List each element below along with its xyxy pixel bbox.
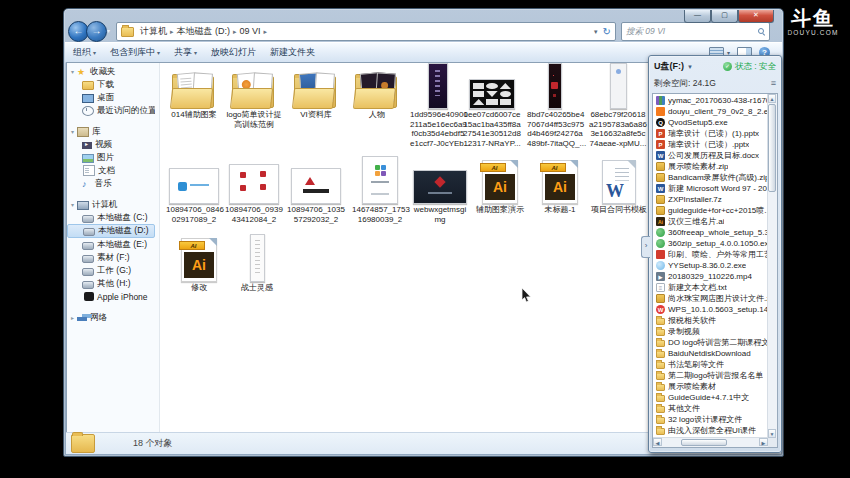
usb-file-row[interactable]: QQvodSetup5.exe: [653, 117, 768, 128]
horizontal-scroll-thumb[interactable]: [681, 439, 727, 446]
file-item[interactable]: W项目合同书模板: [590, 156, 648, 215]
refresh-icon[interactable]: ↻: [603, 27, 611, 37]
sidebar-item[interactable]: 素材 (F:): [67, 251, 155, 264]
file-item[interactable]: 人物: [348, 65, 406, 120]
usb-file-row[interactable]: 其他文件: [653, 403, 768, 414]
sidebar-item[interactable]: 桌面: [67, 91, 155, 104]
maximize-button[interactable]: ▢: [711, 10, 738, 23]
usb-file-row[interactable]: 由浅入深创意全程UI课件: [653, 425, 768, 436]
sidebar-item[interactable]: 本地磁盘 (C:): [67, 211, 155, 224]
usb-file-row[interactable]: GuideGuide+4.7.1中文: [653, 392, 768, 403]
usb-file-row[interactable]: YYSetup-8.36.0.2.exe: [653, 260, 768, 271]
sidebar-item[interactable]: ▸网络: [67, 311, 155, 324]
sidebar-item[interactable]: 文档: [67, 164, 155, 177]
file-item[interactable]: 68ebc79f20618a2195783a6a863e16632a8fe5c7…: [589, 65, 647, 148]
usb-file-row[interactable]: douyu_client_79_0v2_8_2.exe: [653, 106, 768, 117]
usb-file-row[interactable]: 展示喷绘素材.zip: [653, 161, 768, 172]
file-item[interactable]: 8bd7c40265be47067d4ff53c975d4b469f24276a…: [527, 65, 583, 148]
usb-file-row[interactable]: P瑞幸设计（已读）.pptx: [653, 139, 768, 150]
sidebar-item[interactable]: 工作 (G:): [67, 264, 155, 277]
usb-file-row[interactable]: ▶20180329_110226.mp4: [653, 271, 768, 282]
file-item[interactable]: 014辅助图案: [166, 65, 222, 120]
file-item[interactable]: 1ee07cd6007ce15ac1ba435ff8a27541e30512d8…: [463, 65, 521, 148]
scroll-left-icon[interactable]: ◀: [653, 438, 662, 446]
usb-file-row[interactable]: 第二期logo特训营报名名单: [653, 370, 768, 381]
file-item[interactable]: 10894706_084602917089_2: [166, 156, 222, 224]
usb-file-row[interactable]: 展示喷绘素材: [653, 381, 768, 392]
usb-file-row[interactable]: 360freeap_whole_setup_5.3.0...: [653, 227, 768, 238]
vertical-scrollbar[interactable]: ▲ ▼: [767, 94, 777, 438]
file-item[interactable]: webwxgetmsgimg: [411, 156, 469, 224]
minimize-button[interactable]: —: [684, 10, 711, 23]
history-dropdown-icon[interactable]: ▾: [107, 27, 110, 34]
sidebar-item[interactable]: 视频: [67, 138, 155, 151]
usb-file-row[interactable]: 录制视频: [653, 326, 768, 337]
breadcrumb-item[interactable]: 09 VI: [238, 26, 263, 36]
toolbar-button[interactable]: 组织▾: [73, 47, 96, 57]
usb-file-row[interactable]: ZXPInstaller.7z: [653, 194, 768, 205]
file-item[interactable]: 10894706_103557292032_2: [286, 156, 346, 224]
sidebar-item[interactable]: ▾库: [67, 125, 155, 138]
search-box[interactable]: 搜索 09 VI: [621, 22, 770, 41]
file-item[interactable]: 1dd9596e40900211a5e16ec6a9f0cb35d4ebdf5e…: [410, 65, 466, 148]
usb-drive-dropdown-icon[interactable]: ▼: [687, 64, 693, 70]
toolbar-button[interactable]: 共享▾: [174, 47, 197, 57]
usb-file-row[interactable]: DO logo特训营第二期课程文件: [653, 337, 768, 348]
file-item[interactable]: AIAi修改: [171, 236, 227, 293]
menu-icon[interactable]: ≡: [771, 79, 776, 88]
sidebar-item[interactable]: 本地磁盘 (E:): [67, 238, 155, 251]
file-item[interactable]: logo简单设计提高训练范例: [224, 65, 284, 129]
sidebar-item[interactable]: ▾收藏夹: [67, 65, 155, 78]
usb-file-row[interactable]: Bandicam录屏软件(高级).zip: [653, 172, 768, 183]
sidebar-item[interactable]: 最近访问的位置: [67, 104, 155, 117]
file-item[interactable]: VI资料库: [286, 65, 346, 120]
panel-collapse-arrow-icon[interactable]: ›: [641, 236, 650, 258]
word-file-icon: W: [602, 160, 636, 204]
breadcrumb-item[interactable]: 本地磁盘 (D:): [175, 26, 233, 36]
usb-file-row[interactable]: 32 logo设计课程文件: [653, 414, 768, 425]
usb-file-row[interactable]: WWPS_10.1.0.5603_setup.1468...: [653, 304, 768, 315]
usb-file-row[interactable]: 印刷、喷绘、户外等常用工艺...: [653, 249, 768, 260]
file-item[interactable]: 战士灵感: [229, 236, 285, 293]
file-item[interactable]: AIAi未标题-1: [531, 156, 589, 215]
toolbar-button[interactable]: 放映幻灯片: [211, 47, 256, 57]
usb-file-row[interactable]: 报税相关软件: [653, 315, 768, 326]
address-bar[interactable]: 计算机▸本地磁盘 (D:)▸09 VI▸ ▼ ↻: [116, 22, 616, 41]
address-dropdown-icon[interactable]: ▼: [593, 29, 599, 35]
sidebar-item[interactable]: 音乐: [67, 177, 155, 190]
usb-file-row[interactable]: yymac_20170630-438-r1670...: [653, 95, 768, 106]
breadcrumb: 计算机▸本地磁盘 (D:)▸09 VI▸: [138, 25, 268, 38]
usb-file-row[interactable]: ≡新建文本文档.txt: [653, 282, 768, 293]
globe-file-icon: [656, 239, 665, 248]
sidebar-item[interactable]: 其他 (H:): [67, 277, 155, 290]
horizontal-scrollbar[interactable]: ◀ ▶: [653, 437, 768, 447]
scroll-right-icon[interactable]: ▶: [759, 438, 768, 446]
close-button[interactable]: ✕: [738, 10, 774, 23]
toolbar-button[interactable]: 新建文件夹: [270, 47, 315, 57]
usb-file-row[interactable]: W公司发展历程及目标.docx: [653, 150, 768, 161]
forward-button[interactable]: →: [86, 21, 107, 42]
sidebar-item[interactable]: 下载: [67, 78, 155, 91]
sidebar-item[interactable]: 图片: [67, 151, 155, 164]
usb-file-row[interactable]: 360zip_setup_4.0.0.1050.exe: [653, 238, 768, 249]
scroll-up-icon[interactable]: ▲: [768, 94, 776, 103]
usb-file-row[interactable]: BaiduNetdiskDownload: [653, 348, 768, 359]
vertical-scroll-thumb[interactable]: [768, 104, 776, 192]
sidebar-item[interactable]: Apple iPhone: [67, 290, 155, 303]
toolbar-button[interactable]: 包含到库中▾: [110, 47, 160, 57]
sidebar-item[interactable]: ▾计算机: [67, 198, 155, 211]
usb-drive-title[interactable]: U盘(F:): [654, 60, 684, 73]
usb-file-row[interactable]: 书法笔刷等文件: [653, 359, 768, 370]
usb-file-row[interactable]: P瑞幸设计（已读）(1).pptx: [653, 128, 768, 139]
usb-file-row[interactable]: guideguide+for+cc+2015喷...: [653, 205, 768, 216]
usb-file-row[interactable]: Ai汉仪三维名片.ai: [653, 216, 768, 227]
search-icon[interactable]: [758, 28, 765, 35]
usb-file-row[interactable]: W新建 Microsoft Word 97 - 20...: [653, 183, 768, 194]
file-item[interactable]: AIAi辅助图案演示: [471, 156, 529, 215]
file-item[interactable]: 10894706_093943412084_2: [224, 156, 284, 224]
usb-file-row[interactable]: 尚水珠宝网店图片设计文件.zip: [653, 293, 768, 304]
breadcrumb-item[interactable]: 计算机: [138, 26, 169, 36]
sidebar-item[interactable]: 本地磁盘 (D:): [67, 224, 155, 238]
scroll-down-icon[interactable]: ▼: [768, 429, 776, 438]
file-item[interactable]: 14674857_175316980039_2: [352, 156, 408, 224]
